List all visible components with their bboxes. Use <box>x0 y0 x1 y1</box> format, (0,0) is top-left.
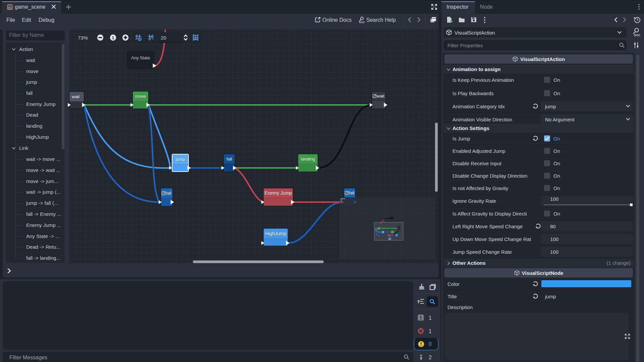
svg-text:DOC: DOC <box>634 34 640 37</box>
svg-text:DOC: DOC <box>359 21 365 23</box>
